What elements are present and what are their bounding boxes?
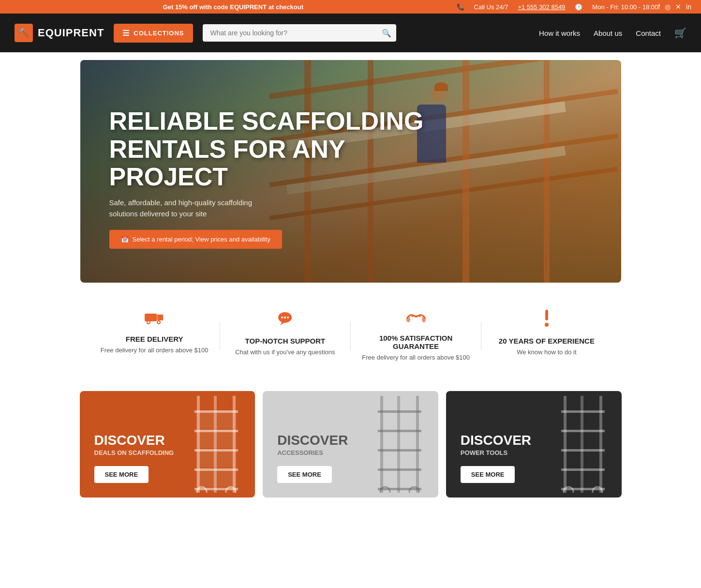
- svg-rect-0: [145, 314, 157, 321]
- features-section: FREE DELIVERY Free delivery for all orde…: [60, 290, 641, 381]
- scaffold-illustration-2: [371, 396, 429, 493]
- see-more-button-2[interactable]: SEE MORE: [277, 466, 332, 483]
- feature-experience: 20 YEARS OF EXPERIENCE We know how to do…: [481, 310, 612, 357]
- hero-subtitle: Safe, affordable, and high-quality scaff…: [109, 197, 274, 219]
- svg-point-15: [545, 323, 549, 327]
- discover-card-scaffolding: DISCOVER DEALS ON SCAFFOLDING SEE MORE: [80, 391, 255, 498]
- svg-rect-23: [194, 488, 238, 490]
- see-more-button-3[interactable]: SEE MORE: [461, 466, 515, 483]
- phone-icon: 📞: [457, 3, 464, 11]
- hours-text: Mon - Fri: 10:00 - 18:00: [592, 3, 658, 11]
- svg-point-12: [406, 317, 410, 322]
- main-nav: How it works About us Contact 🛒: [539, 27, 686, 39]
- feature-support-title: TOP-NOTCH SUPPORT: [230, 337, 341, 345]
- promo-text-suffix: at checkout: [267, 3, 303, 11]
- hero-title-line1: RELIABLE SCAFFOLDING: [109, 107, 424, 135]
- svg-rect-45: [561, 449, 605, 452]
- svg-rect-24: [196, 410, 237, 429]
- hero-title-line2: RENTALS FOR ANY PROJECT: [109, 135, 345, 191]
- exclamation-icon: [491, 310, 602, 331]
- search-input[interactable]: [203, 24, 396, 42]
- svg-point-13: [422, 317, 426, 322]
- contact-info: 📞 Call Us 24/7 +1 555 302 8549 🕐 Mon - F…: [457, 3, 658, 11]
- svg-rect-37: [378, 488, 421, 490]
- svg-rect-27: [196, 468, 237, 487]
- svg-rect-35: [378, 449, 421, 452]
- feature-experience-desc: We know how to do it: [491, 348, 602, 357]
- logo[interactable]: 🔨 EQUIPRENT: [15, 24, 104, 42]
- hero-content: RELIABLE SCAFFOLDING RENTALS FOR ANY PRO…: [109, 107, 438, 249]
- svg-rect-46: [561, 468, 605, 471]
- discover-card-accessories: DISCOVER ACCESSORIES SEE MORE: [263, 391, 438, 498]
- nav-contact[interactable]: Contact: [636, 29, 661, 37]
- svg-rect-34: [378, 430, 421, 432]
- hero-cta-button[interactable]: 📅 Select a rental period; View prices an…: [109, 230, 282, 249]
- nav-how-it-works[interactable]: How it works: [539, 29, 580, 37]
- svg-rect-6: [157, 315, 158, 320]
- feature-delivery-desc: Free delivery for all orders above $100: [99, 346, 210, 355]
- feature-delivery: FREE DELIVERY Free delivery for all orde…: [89, 310, 220, 355]
- svg-point-9: [281, 317, 283, 318]
- svg-rect-47: [561, 488, 605, 490]
- discover-card-power-tools: DISCOVER POWER TOOLS SEE MORE: [446, 391, 622, 498]
- search-bar: 🔍: [203, 24, 396, 42]
- feature-support: TOP-NOTCH SUPPORT Chat with us if you've…: [220, 310, 350, 357]
- instagram-icon[interactable]: ◎: [665, 3, 671, 11]
- svg-rect-36: [378, 468, 421, 471]
- promo-text-pre: Get 15% off with code: [163, 3, 230, 11]
- cart-icon[interactable]: 🛒: [674, 27, 686, 39]
- see-more-button-1[interactable]: SEE MORE: [94, 466, 149, 483]
- x-twitter-icon[interactable]: ✕: [675, 3, 681, 11]
- svg-point-10: [284, 317, 286, 318]
- svg-rect-26: [196, 449, 237, 467]
- handshake-icon: [360, 310, 471, 328]
- feature-guarantee: 100% SATISFACTION GUARANTEE Free deliver…: [351, 310, 481, 362]
- svg-point-11: [287, 317, 289, 318]
- svg-marker-8: [280, 322, 285, 325]
- social-icons: f ◎ ✕ in: [658, 3, 691, 11]
- feature-guarantee-title: 100% SATISFACTION GUARANTEE: [360, 334, 471, 350]
- svg-point-4: [148, 321, 149, 323]
- chat-icon: [230, 310, 341, 331]
- phone-link[interactable]: +1 555 302 8549: [518, 3, 565, 11]
- collections-label: COLLECTIONS: [134, 30, 184, 37]
- hero-section: RELIABLE SCAFFOLDING RENTALS FOR ANY PRO…: [80, 60, 621, 283]
- svg-rect-44: [561, 430, 605, 432]
- scaffold-illustration-3: [554, 396, 612, 493]
- clock-icon: 🕐: [575, 3, 582, 11]
- discover-section: DISCOVER DEALS ON SCAFFOLDING SEE MORE D…: [60, 381, 641, 517]
- hamburger-icon: ☰: [122, 29, 130, 38]
- linkedin-icon[interactable]: in: [686, 3, 691, 11]
- calendar-icon: 📅: [121, 236, 129, 243]
- feature-guarantee-desc: Free delivery for all orders above $100: [360, 353, 471, 362]
- header: 🔨 EQUIPRENT ☰ COLLECTIONS 🔍 How it works…: [0, 14, 701, 52]
- svg-rect-25: [196, 430, 237, 448]
- search-button[interactable]: 🔍: [382, 29, 391, 38]
- feature-delivery-title: FREE DELIVERY: [99, 335, 210, 343]
- collections-button[interactable]: ☰ COLLECTIONS: [114, 24, 193, 43]
- truck-icon: [99, 310, 210, 329]
- logo-icon: 🔨: [15, 24, 33, 42]
- svg-rect-43: [561, 410, 605, 413]
- scaffold-illustration-1: [187, 396, 245, 493]
- feature-support-desc: Chat with us if you've any questions: [230, 348, 341, 357]
- hero-title: RELIABLE SCAFFOLDING RENTALS FOR ANY PRO…: [109, 107, 438, 191]
- call-label: Call Us 24/7: [474, 3, 508, 11]
- top-banner: Get 15% off with code EQUIPRENT at check…: [0, 0, 701, 14]
- promo-text: Get 15% off with code EQUIPRENT at check…: [10, 3, 457, 11]
- hero-cta-label: Select a rental period; View prices and …: [133, 236, 270, 243]
- logo-text: EQUIPRENT: [38, 27, 104, 39]
- svg-point-5: [158, 321, 160, 323]
- svg-rect-14: [545, 310, 548, 320]
- promo-code: EQUIPRENT: [230, 3, 267, 11]
- svg-rect-33: [378, 410, 421, 413]
- facebook-icon[interactable]: f: [658, 3, 660, 11]
- feature-experience-title: 20 YEARS OF EXPERIENCE: [491, 337, 602, 345]
- nav-about-us[interactable]: About us: [594, 29, 622, 37]
